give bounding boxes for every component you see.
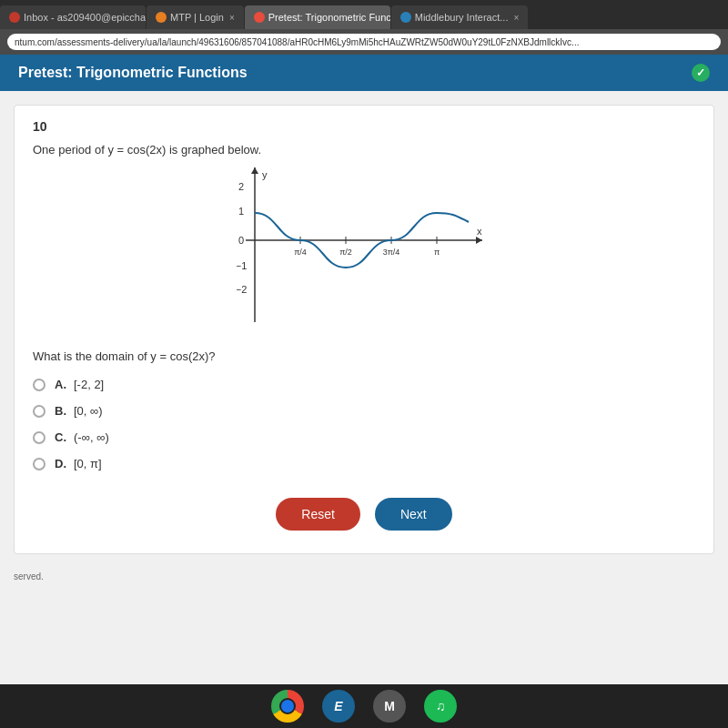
radio-a[interactable] — [33, 379, 46, 391]
taskbar: E M ♫ — [0, 684, 728, 728]
address-bar-text: ntum.com/assessments-delivery/ua/la/laun… — [15, 37, 579, 47]
header-bar: Pretest: Trigonometric Functions ✓ — [0, 55, 728, 91]
reset-button[interactable]: Reset — [276, 498, 360, 531]
tab-mtp-label: MTP | Login — [170, 12, 224, 23]
tab-mtp-icon — [156, 12, 167, 23]
choice-b-label: B. — [55, 404, 66, 418]
copyright: served. — [0, 568, 728, 585]
label-pi: π — [434, 248, 440, 257]
question-area: 10 One period of y = cos(2x) is graphed … — [14, 105, 714, 554]
y-label-2: 2 — [238, 181, 244, 192]
tab-mtp-close[interactable]: × — [229, 13, 235, 23]
x-axis-label: x — [477, 226, 482, 237]
tab-bar: Inbox - as209400@epiccharters... × MTP |… — [0, 0, 728, 29]
next-button[interactable]: Next — [375, 498, 452, 531]
page-title: Pretest: Trigonometric Functions — [18, 65, 248, 81]
tab-pretest-label: Pretest: Trigonometric Functions — [268, 12, 390, 23]
choice-d-label: D. — [55, 457, 66, 470]
tab-pretest[interactable]: Pretest: Trigonometric Functions × — [245, 5, 390, 29]
tab-middlebury[interactable]: Middlebury Interact... × — [391, 5, 529, 29]
label-3pi4: 3π/4 — [383, 248, 400, 257]
tab-middlebury-close[interactable]: × — [513, 13, 519, 23]
header-check-icon: ✓ — [692, 64, 710, 82]
question-number: 10 — [33, 119, 695, 134]
choice-c[interactable]: C. (-∞, ∞) — [33, 430, 695, 444]
graph-container: 2 1 0 −1 −2 y x π/4 π/2 3π/4 π — [33, 167, 695, 331]
choice-d-text: [0, π] — [74, 457, 102, 470]
choice-b[interactable]: B. [0, ∞) — [33, 404, 695, 418]
radio-b[interactable] — [33, 405, 46, 418]
tab-inbox-icon — [9, 12, 20, 23]
tab-inbox[interactable]: Inbox - as209400@epiccharters... × — [0, 5, 146, 29]
radio-d[interactable] — [33, 458, 46, 470]
domain-question: What is the domain of y = cos(2x)? — [33, 349, 695, 363]
label-pi4: π/4 — [294, 248, 307, 257]
question-intro: One period of y = cos(2x) is graphed bel… — [33, 143, 695, 157]
tab-inbox-label: Inbox - as209400@epiccharters... — [24, 12, 146, 23]
browser-chrome: Inbox - as209400@epiccharters... × MTP |… — [0, 0, 728, 55]
e-icon[interactable]: E — [322, 690, 355, 723]
choice-b-text: [0, ∞) — [74, 404, 103, 418]
choice-a[interactable]: A. [-2, 2] — [33, 378, 695, 391]
address-bar[interactable]: ntum.com/assessments-delivery/ua/la/laun… — [7, 34, 721, 50]
y-axis-label: y — [262, 169, 268, 180]
choice-c-text: (-∞, ∞) — [74, 430, 109, 444]
choice-d[interactable]: D. [0, π] — [33, 457, 695, 470]
cosine-curve-right — [437, 213, 469, 222]
y-label-n2: −2 — [237, 284, 247, 295]
tab-middlebury-icon — [400, 12, 411, 23]
tab-pretest-icon — [254, 12, 265, 23]
answer-choices: A. [-2, 2] B. [0, ∞) C. (-∞, ∞) D. [0, π… — [33, 378, 695, 470]
x-axis-arrow — [476, 237, 482, 244]
y-label-0: 0 — [238, 235, 244, 246]
page-content: Pretest: Trigonometric Functions ✓ 10 On… — [0, 55, 728, 684]
cosine-graph: 2 1 0 −1 −2 y x π/4 π/2 3π/4 π — [237, 167, 491, 331]
chrome-icon[interactable] — [271, 690, 304, 723]
tab-middlebury-label: Middlebury Interact... — [415, 12, 509, 23]
choice-a-label: A. — [55, 378, 66, 391]
y-label-n1: −1 — [237, 260, 247, 271]
choice-c-label: C. — [55, 430, 66, 444]
y-axis-arrow — [251, 167, 258, 174]
button-row: Reset Next — [33, 498, 695, 531]
spotify-icon[interactable]: ♫ — [424, 690, 457, 723]
y-label-1: 1 — [238, 206, 244, 217]
tab-mtp[interactable]: MTP | Login × — [147, 5, 244, 29]
address-bar-row: ntum.com/assessments-delivery/ua/la/laun… — [0, 29, 728, 55]
m-icon[interactable]: M — [373, 690, 406, 723]
label-pi2: π/2 — [339, 248, 352, 257]
radio-c[interactable] — [33, 431, 46, 444]
choice-a-text: [-2, 2] — [74, 378, 104, 391]
